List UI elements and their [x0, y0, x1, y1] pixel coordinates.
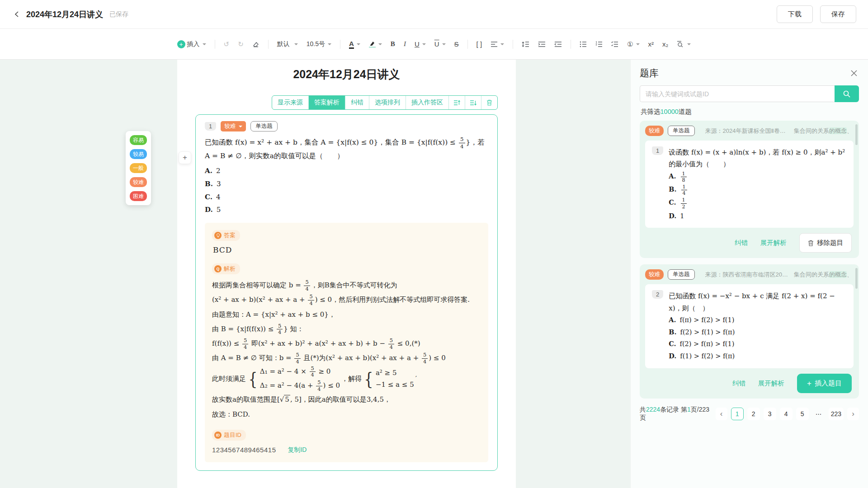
question-options: A. 2 B. 3 C. 4 D. 5: [205, 164, 488, 216]
difficulty-option-easy[interactable]: 容易: [130, 135, 147, 145]
search-input[interactable]: [640, 85, 835, 102]
question-bank-panel: 题库 共筛选10000道题 较难 单选题 来源：2024年新课标全国Ⅱ卷数...…: [630, 60, 868, 488]
question-id-value: 1234567489465415: [212, 446, 276, 454]
analysis-line: 此时须满足{Δ₁ = a² − 4 × 54 ≥ 0Δ₂ = a² − 4(a …: [212, 366, 481, 393]
chevron-down-icon: [687, 43, 691, 45]
analysis-line: 故实数a的取值范围是[√5, 5]，因此a的取值可以是3,4,5，: [212, 392, 481, 407]
search-button[interactable]: [835, 85, 859, 102]
save-button[interactable]: 保存: [820, 5, 856, 23]
line-spacing-button[interactable]: [519, 39, 532, 50]
underline-icon: U: [415, 40, 420, 48]
page-button-223[interactable]: 223: [829, 408, 844, 420]
insert-button[interactable]: + 插入: [175, 38, 209, 51]
bullet-list-icon: [580, 41, 587, 47]
tab-show-source[interactable]: 显示来源: [272, 96, 308, 109]
plus-icon: +: [807, 380, 811, 387]
undo-button[interactable]: ↺: [221, 38, 232, 51]
analysis-line: f(f(x)) ≤ 54 即(x² + ax + b)² + a(x² + ax…: [212, 336, 481, 351]
indent-decrease-button[interactable]: [552, 39, 565, 50]
difficulty-pill[interactable]: 较难: [221, 121, 246, 131]
next-page-button[interactable]: ›: [847, 408, 859, 420]
analysis-line: 由 B = {x|f(f(x)) ≤ 54} 知：: [212, 322, 481, 336]
subscript-button[interactable]: x₂: [660, 38, 671, 50]
question-number-badge: 2: [652, 290, 663, 299]
difficulty-option-hard[interactable]: 较难: [130, 177, 147, 187]
download-button[interactable]: 下载: [777, 5, 813, 23]
prev-page-button[interactable]: ‹: [716, 408, 727, 420]
highlight-button[interactable]: [366, 38, 385, 50]
page-ellipsis: ⋯: [812, 408, 825, 420]
analysis-line: 故选：BCD.: [212, 407, 481, 422]
insert-label: 插入: [187, 40, 200, 48]
find-replace-button[interactable]: [674, 38, 693, 50]
bulb-icon: [214, 232, 222, 239]
italic-button[interactable]: I: [401, 38, 409, 50]
expand-analysis-link[interactable]: 展开解析: [758, 379, 784, 388]
close-panel-button[interactable]: [849, 68, 859, 78]
redo-button[interactable]: ↻: [235, 38, 246, 51]
scrollbar-thumb[interactable]: [855, 124, 858, 145]
remove-question-button[interactable]: 移除题目: [799, 233, 852, 253]
page-button-3[interactable]: 3: [764, 408, 776, 420]
bold-button[interactable]: B: [388, 38, 398, 50]
font-size-select[interactable]: 10.5号: [304, 38, 334, 51]
chevron-down-icon: [422, 43, 426, 45]
circled-number-button[interactable]: ①: [624, 38, 642, 51]
font-color-button[interactable]: A: [346, 38, 363, 51]
tab-answer-analysis[interactable]: 答案解析: [308, 96, 345, 109]
toolbar-divider: [467, 40, 468, 49]
overline-button[interactable]: U: [432, 38, 448, 50]
indent-increase-icon: [538, 41, 546, 47]
superscript-button[interactable]: x²: [646, 38, 657, 50]
indent-decrease-icon: [554, 41, 562, 47]
move-up-button[interactable]: [448, 96, 465, 109]
report-error-link[interactable]: 纠错: [732, 379, 745, 388]
question-source: 来源：2024年新课标全国Ⅱ卷数...: [705, 127, 790, 135]
chevron-down-icon: [203, 43, 206, 45]
tab-report-error[interactable]: 纠错: [345, 96, 369, 109]
bullet-list-button[interactable]: [577, 39, 590, 50]
indent-increase-button[interactable]: [535, 39, 548, 50]
question-source: 来源：陕西省渭南市临渭区2021...: [705, 271, 790, 279]
expand-analysis-link[interactable]: 展开解析: [760, 239, 787, 247]
pagination-info: 共2224条记录 第1页/223页: [640, 406, 716, 422]
difficulty-option-easier[interactable]: 较易: [130, 149, 147, 159]
strikethrough-button[interactable]: S: [452, 38, 462, 50]
page-button-5[interactable]: 5: [796, 408, 809, 420]
option-c: C. f(2) > f(π) > f(1): [669, 338, 847, 350]
underline-button[interactable]: U: [412, 38, 429, 50]
page-button-1[interactable]: 1: [731, 408, 744, 420]
toolbar-divider: [571, 40, 571, 49]
analysis-line: 根据两集合相等可以确定 b = 54，则B集合中不等式可转化为: [212, 278, 481, 292]
font-style-select[interactable]: 默认: [274, 38, 301, 51]
copy-id-link[interactable]: 复制ID: [288, 446, 307, 454]
chevron-down-icon: [500, 43, 504, 45]
brackets-button[interactable]: [ ]: [474, 38, 485, 50]
task-list-button[interactable]: [609, 39, 621, 50]
difficulty-option-medium[interactable]: 一般: [130, 163, 147, 173]
insert-question-button[interactable]: + 插入题目: [797, 374, 852, 393]
ordered-list-button[interactable]: [593, 39, 605, 50]
scrollbar-thumb[interactable]: [855, 268, 858, 289]
task-list-icon: [611, 41, 618, 47]
knowledge-tags: 集合间的关系的概念、 ...: [794, 127, 854, 135]
tab-insert-answer-area[interactable]: 插入作答区: [406, 96, 448, 109]
font-style-value: 默认: [277, 40, 290, 48]
plus-circle-icon: +: [177, 40, 185, 48]
clear-format-button[interactable]: [250, 38, 262, 50]
difficulty-option-hardest[interactable]: 困难: [130, 191, 147, 201]
tab-option-order[interactable]: 选项排列: [369, 96, 406, 109]
move-down-button[interactable]: [465, 96, 481, 109]
filter-count: 10000: [660, 108, 679, 115]
add-block-button[interactable]: +: [179, 151, 191, 164]
delete-question-button[interactable]: [481, 96, 497, 109]
saved-status: 已保存: [109, 10, 128, 19]
align-button[interactable]: [488, 39, 507, 50]
back-button[interactable]: [12, 9, 22, 19]
line-spacing-icon: [522, 41, 529, 47]
trash-icon: [486, 99, 492, 106]
page-button-2[interactable]: 2: [747, 408, 760, 420]
sort-up-icon: [453, 100, 460, 106]
page-button-4[interactable]: 4: [780, 408, 793, 420]
report-error-link[interactable]: 纠错: [735, 239, 748, 247]
